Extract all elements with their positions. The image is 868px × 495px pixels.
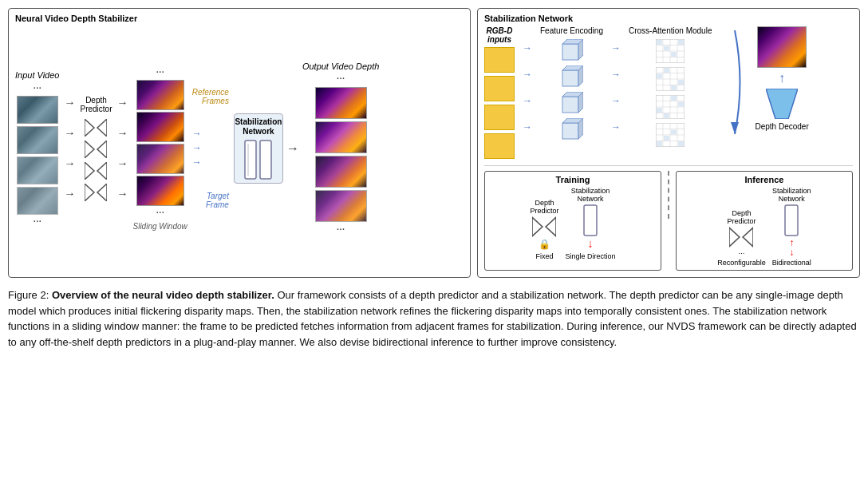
dots-label: ··· <box>739 249 745 257</box>
svg-rect-41 <box>657 74 662 79</box>
stab-network-box: Stabilization Network <box>234 113 283 184</box>
training-depth-col: DepthPredictor 🔒 Fixed <box>530 199 558 260</box>
yellow-sq-1 <box>484 47 515 73</box>
bidirectional-label: Bidirectional <box>772 259 811 267</box>
bowtie-1 <box>85 119 107 137</box>
output-video-label: Output Video Depth <box>302 61 379 71</box>
attn-arr-2: → <box>611 69 621 81</box>
svg-marker-7 <box>97 184 107 201</box>
inference-stab-col: StabilizationNetwork ↑↓ Bidirectional <box>772 187 811 267</box>
encoder-blocks <box>559 39 583 141</box>
curved-arrow <box>723 26 747 138</box>
inference-depth-label: DepthPredictor <box>727 209 756 225</box>
arrows-to-predictor: → → → → <box>64 97 75 200</box>
ref-target-arrows: ReferenceFrames → → → TargetFrame <box>192 77 229 220</box>
output-depth-preview <box>757 26 807 68</box>
svg-rect-71 <box>584 205 597 236</box>
enc-arr-3: → <box>523 95 532 107</box>
input-frame-3 <box>17 156 58 184</box>
depth-frame-4 <box>136 176 184 206</box>
encoder-block-3 <box>559 92 583 114</box>
svg-rect-43 <box>671 85 677 90</box>
grid-3 <box>656 95 685 119</box>
arrows-to-depth: → → → → <box>116 97 128 200</box>
output-frame-1 <box>315 87 367 119</box>
yellow-sq-3 <box>484 105 515 130</box>
up-arrow: ↑ <box>779 71 785 85</box>
inference-stab-label: StabilizationNetwork <box>772 187 811 203</box>
arrow-d2: → <box>116 127 128 140</box>
depth-decoder-label: Depth Decoder <box>755 122 808 131</box>
svg-rect-66 <box>678 141 684 146</box>
input-frame-1 <box>17 96 58 124</box>
svg-rect-55 <box>678 102 684 107</box>
rgb-inputs-col: RGB-Dinputs <box>484 26 515 159</box>
arrow-4: → <box>64 188 75 200</box>
cross-attn-label: Cross-Attention Module <box>629 26 712 35</box>
depth-decoder-col: ↑ Depth Decoder <box>755 26 808 131</box>
training-box: Training DepthPredictor 🔒 Fixed Stabiliz… <box>484 171 661 271</box>
arrow-2: → <box>64 127 75 140</box>
depth-frame-3 <box>136 144 184 174</box>
input-video-label: Input Video <box>15 70 59 80</box>
svg-rect-42 <box>664 68 669 73</box>
yellow-sq-4 <box>484 133 515 159</box>
svg-marker-72 <box>729 228 740 247</box>
decoder-area <box>723 26 747 138</box>
encoder-block-4 <box>559 118 583 141</box>
training-bowtie <box>532 216 556 237</box>
svg-marker-0 <box>85 119 94 137</box>
training-label: Training <box>556 175 590 184</box>
inference-box: Inference DepthPredictor ··· Reconfigura… <box>676 171 853 271</box>
blue-arrow-3: → <box>192 156 229 168</box>
down-arrow-red: ↓ <box>588 238 594 251</box>
encoder-block-1 <box>559 39 583 61</box>
svg-rect-30 <box>657 40 662 45</box>
blue-arrow-2: → <box>192 142 229 154</box>
svg-rect-14 <box>562 70 578 86</box>
arrow-d4: → <box>116 188 128 200</box>
lock-icon: 🔒 <box>539 239 550 251</box>
bowtie-3 <box>85 162 107 180</box>
training-depth-label: DepthPredictor <box>530 199 558 215</box>
svg-marker-3 <box>97 141 107 158</box>
left-panel-title: Neural Video Depth Stabilizer <box>15 14 464 23</box>
svg-marker-67 <box>731 122 739 134</box>
svg-marker-68 <box>766 89 798 119</box>
input-frame-2 <box>17 126 58 154</box>
depth-frame-2 <box>136 112 184 142</box>
output-frame-3 <box>315 156 367 188</box>
arrow-3: → <box>64 157 75 170</box>
input-dots-top: ··· <box>33 83 41 94</box>
svg-rect-32 <box>671 52 677 57</box>
bidir-arrows: ↑↓ <box>789 238 794 257</box>
depth-dots-bottom: ··· <box>156 208 164 219</box>
svg-marker-6 <box>85 184 94 201</box>
caption-bold: Overview of the neural video depth stabi… <box>52 289 274 301</box>
grid-4 <box>656 123 685 147</box>
bowtie-4 <box>85 184 107 201</box>
svg-rect-52 <box>657 108 662 113</box>
enc-arr-4: → <box>523 121 532 133</box>
arrows-to-attn: → → → → <box>611 42 621 133</box>
inference-depth-col: DepthPredictor ··· Reconfigurable <box>717 209 766 267</box>
depth-frame-1 <box>136 80 184 110</box>
svg-rect-64 <box>664 136 669 141</box>
svg-rect-20 <box>562 123 578 139</box>
feature-encoding-col: Feature Encoding <box>540 26 603 141</box>
output-frame-2 <box>315 121 367 153</box>
right-panel: Stabilization Network RGB-Dinputs <box>477 8 860 278</box>
training-fold <box>583 204 598 236</box>
left-inner: Input Video ··· ··· → → → → <box>15 26 464 271</box>
left-panel: Neural Video Depth Stabilizer Input Vide… <box>8 8 471 278</box>
output-col: Output Video Depth ··· ··· <box>302 61 379 236</box>
attn-arr-1: → <box>611 42 621 54</box>
arrows-to-encoding: → → → → <box>523 42 532 133</box>
svg-rect-31 <box>664 46 669 51</box>
output-dots-bottom: ··· <box>337 224 345 236</box>
sliding-window-label: Sliding Window <box>132 222 187 231</box>
input-video-col: Input Video ··· ··· <box>15 70 59 228</box>
arrow-1: → <box>64 97 75 109</box>
svg-rect-44 <box>678 80 684 85</box>
input-dots-bottom: ··· <box>33 216 41 228</box>
